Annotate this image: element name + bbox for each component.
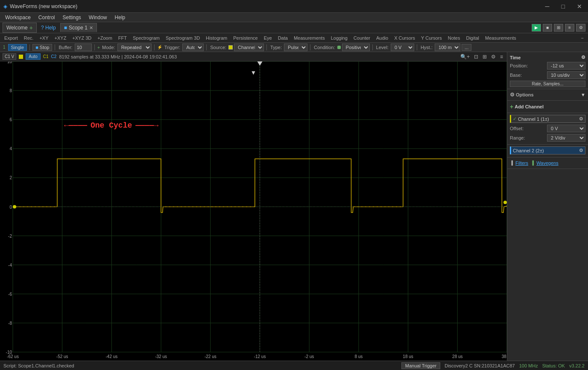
audio-button[interactable]: Audio bbox=[374, 35, 391, 41]
channel2-header[interactable]: Channel 2 (2±) ⚙ bbox=[510, 146, 585, 154]
single-mode-button[interactable]: Single bbox=[8, 44, 27, 51]
persistence-button[interactable]: Persistence bbox=[231, 35, 260, 41]
options-section: ⚙ Options ▼ bbox=[507, 89, 588, 101]
menu-control[interactable]: Control bbox=[35, 14, 59, 21]
options-header[interactable]: ⚙ Options ▼ bbox=[510, 91, 585, 99]
scope-tab-icon: ■ bbox=[64, 25, 67, 31]
separator5 bbox=[206, 44, 207, 50]
spectrogram3d-button[interactable]: Spectrogram 3D bbox=[163, 35, 202, 41]
tab-welcome[interactable]: Welcome + bbox=[3, 23, 37, 33]
channel1-title: ✓ Channel 1 (1±) bbox=[513, 116, 549, 122]
help-icon[interactable]: ? Help bbox=[38, 24, 59, 32]
pan-icon[interactable]: ⊞ bbox=[481, 53, 488, 60]
fit-icon[interactable]: ⊡ bbox=[473, 53, 480, 60]
fft-button[interactable]: FFT bbox=[116, 35, 129, 41]
trigger-label: Trigger: bbox=[164, 45, 181, 50]
mode-select[interactable]: Repeated Single bbox=[117, 44, 152, 51]
zoom-button[interactable]: +Zoom bbox=[95, 35, 115, 41]
level-select[interactable]: 0 V 1 V bbox=[391, 44, 414, 51]
mode-plus-icon[interactable]: + bbox=[97, 45, 100, 50]
channel2-gear-icon[interactable]: ⚙ bbox=[579, 148, 583, 153]
stop-trigger-button[interactable]: ■ Stop bbox=[32, 44, 52, 51]
scope-tab-label: Scope 1 bbox=[69, 25, 88, 31]
rate-samples-button[interactable]: Rate, Samples... bbox=[510, 81, 585, 87]
hyst-select[interactable]: 100 mV 50 mV bbox=[435, 44, 460, 51]
condition-color bbox=[337, 46, 341, 49]
tab-scope[interactable]: ■ Scope 1 ✕ bbox=[60, 23, 97, 32]
scope-tab-close[interactable]: ✕ bbox=[89, 25, 93, 31]
trigger-select[interactable]: Auto Normal Single bbox=[182, 44, 204, 51]
counter-button[interactable]: Counter bbox=[351, 35, 373, 41]
ycursors-button[interactable]: Y Cursors bbox=[418, 35, 445, 41]
data-button[interactable]: Data bbox=[275, 35, 290, 41]
options-chevron[interactable]: ▼ bbox=[581, 92, 585, 97]
time-header[interactable]: Time ⚙ bbox=[510, 54, 585, 61]
channel1-gear-icon[interactable]: ⚙ bbox=[579, 116, 583, 122]
buffer-input[interactable] bbox=[75, 44, 92, 51]
freq-label: 100 MHz bbox=[519, 363, 538, 368]
notes-button[interactable]: Notes bbox=[445, 35, 463, 41]
menu-window[interactable]: Window bbox=[85, 14, 111, 21]
stop-button[interactable]: ■ bbox=[543, 24, 552, 32]
type-select[interactable]: Pulse Edge bbox=[284, 44, 307, 51]
offset-select[interactable]: 0 V bbox=[547, 125, 585, 132]
xyz-button[interactable]: +XYZ bbox=[52, 35, 69, 41]
separator2 bbox=[55, 44, 55, 50]
condition-select[interactable]: Positive Negative bbox=[342, 44, 370, 51]
minimize-button[interactable]: ─ bbox=[543, 2, 552, 11]
auto-button[interactable]: Auto bbox=[26, 53, 41, 60]
menu-settings[interactable]: Settings bbox=[59, 14, 85, 21]
base-select[interactable]: 10 us/div bbox=[547, 71, 585, 79]
export-button[interactable]: Export bbox=[2, 35, 20, 41]
base-row: Base: 10 us/div bbox=[510, 70, 585, 80]
range-row: Range: 2 V/div bbox=[510, 133, 585, 143]
condition-label: Condition: bbox=[314, 45, 335, 50]
measurements2-button[interactable]: Measurements bbox=[483, 35, 519, 41]
scope-canvas[interactable]: ←———— One Cycle ————→ ▼ bbox=[0, 61, 507, 361]
menu-icon[interactable]: ≡ bbox=[499, 53, 504, 60]
xyz3d-button[interactable]: +XYZ 3D bbox=[70, 35, 94, 41]
source-select[interactable]: Channel 1 Channel 2 bbox=[234, 44, 264, 51]
xy-button[interactable]: +XY bbox=[37, 35, 51, 41]
xcursors-button[interactable]: X Cursors bbox=[392, 35, 418, 41]
time-gear-icon[interactable]: ⚙ bbox=[581, 55, 585, 60]
measurements-button[interactable]: Measurements bbox=[291, 35, 328, 41]
add-channel-header[interactable]: + Add Channel bbox=[510, 102, 585, 111]
run-button[interactable]: ▶ bbox=[532, 24, 541, 32]
offset-row: Offset: 0 V bbox=[510, 124, 585, 133]
add-channel-label: Add Channel bbox=[515, 104, 544, 109]
scope-header-bar: C1 V Auto C1 C2 8192 samples at 33.333 M… bbox=[0, 52, 507, 61]
panel-button[interactable]: ≡ bbox=[565, 24, 574, 32]
base-value-container: 10 us/div bbox=[547, 71, 585, 79]
manual-trigger-button[interactable]: Manual Trigger bbox=[401, 362, 440, 369]
settings-button[interactable]: ⚙ bbox=[576, 24, 585, 32]
hyst-label: Hyst.: bbox=[421, 45, 433, 50]
spectrogram-button[interactable]: Spectrogram bbox=[130, 35, 162, 41]
options-gear-icon: ⚙ bbox=[510, 92, 515, 98]
grid-button[interactable]: ⊞ bbox=[554, 24, 563, 32]
close-button[interactable]: ✕ bbox=[574, 2, 585, 11]
menu-workspace[interactable]: Workspace bbox=[2, 14, 34, 21]
add-channel-plus-icon[interactable]: + bbox=[510, 103, 513, 110]
settings-icon[interactable]: ⚙ bbox=[490, 53, 497, 60]
script-status: Script: Scope1.Channel1.checked bbox=[3, 363, 74, 368]
histogram-button[interactable]: Histogram bbox=[203, 35, 230, 41]
menu-help[interactable]: Help bbox=[111, 14, 129, 21]
position-select[interactable]: -12 us bbox=[547, 62, 585, 70]
filters-button[interactable]: Filters bbox=[515, 160, 528, 166]
maximize-button[interactable]: □ bbox=[559, 2, 568, 11]
logging-button[interactable]: Logging bbox=[328, 35, 350, 41]
eye-button[interactable]: Eye bbox=[261, 35, 275, 41]
more-button[interactable]: ... bbox=[462, 44, 471, 51]
source-label: Source: bbox=[210, 45, 226, 50]
zoom-in-icon[interactable]: 🔍+ bbox=[459, 53, 471, 60]
channel1-header[interactable]: ✓ Channel 1 (1±) ⚙ bbox=[510, 115, 585, 123]
c1v-label[interactable]: C1 V bbox=[3, 53, 16, 60]
collapse-button[interactable]: − bbox=[579, 35, 586, 41]
c1-label: C1 bbox=[43, 54, 49, 59]
digital-button[interactable]: Digital bbox=[463, 35, 482, 41]
welcome-plus-icon[interactable]: + bbox=[29, 24, 33, 31]
wavegens-button[interactable]: Wavegens bbox=[536, 160, 559, 166]
rec-button[interactable]: Rec. bbox=[21, 35, 36, 41]
range-select[interactable]: 2 V/div bbox=[547, 134, 585, 142]
